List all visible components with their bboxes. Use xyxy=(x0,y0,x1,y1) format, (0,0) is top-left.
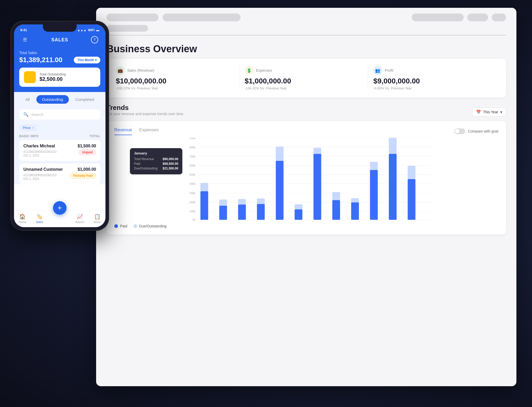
tab-expenses[interactable]: Expenses xyxy=(139,127,159,135)
list-item-1[interactable]: Unnamed Customer $1,000.00 #123902890910… xyxy=(19,163,100,184)
list-item[interactable]: Charles Micheal $1,500.00 #1239028909102… xyxy=(19,140,100,161)
desktop-card: Business Overview 💼 Sales (Revenue) $10,… xyxy=(96,8,516,386)
topbar-pill-5 xyxy=(492,14,506,21)
tooltip-val-1: $68,500.00 xyxy=(163,162,178,166)
tab-revenue[interactable]: Revenue xyxy=(114,127,132,135)
svg-rect-44 xyxy=(351,202,359,220)
tabs-row: Revenue Expenses Compare with goal xyxy=(114,127,498,135)
compare-goal-label: Compare with goal xyxy=(468,129,498,133)
price-filter-button[interactable]: Price ↑ xyxy=(19,124,37,131)
status-icons: ▲▲▲ WiFi ▬ xyxy=(77,28,99,32)
help-icon[interactable]: ? xyxy=(91,36,98,43)
chart-tooltip: January Total Revenue $90,000.00 Paid $6… xyxy=(130,148,182,174)
tooltip-month: January xyxy=(134,151,178,155)
item-meta-1: #123902890910280102- Oct 1, 2021 xyxy=(23,173,57,181)
fab-button[interactable]: + xyxy=(53,201,66,215)
bottom-nav-report-label: Report xyxy=(76,220,84,224)
item-id-0: #123902890910280102- xyxy=(23,150,57,154)
stat-profit-value: $9,000,000.00 xyxy=(373,77,491,85)
legend-outstanding: Due/Outstanding xyxy=(134,224,167,228)
stats-card: 💼 Sales (Revenue) $10,000,000.00 -100.22… xyxy=(107,59,506,97)
trends-header: Trends ack your revenue and expense tren… xyxy=(107,104,506,120)
outstanding-label: Total Outstanding xyxy=(39,72,66,76)
svg-rect-26 xyxy=(238,205,246,220)
bottom-nav-sales-label: Sales xyxy=(36,220,43,224)
year-selector-label: This Year xyxy=(483,110,498,114)
svg-rect-41 xyxy=(332,200,340,220)
total-sales-label: Total Sales xyxy=(19,51,100,55)
filter-tab-completed[interactable]: Completed xyxy=(70,95,100,104)
item-badge-0: Unpaid xyxy=(79,149,96,155)
bottom-nav-items[interactable]: 📋 Items xyxy=(94,213,101,224)
topbar-pill-2 xyxy=(163,14,241,21)
toggle-thumb xyxy=(455,129,460,134)
svg-text:500k: 500k xyxy=(189,173,196,176)
second-pill xyxy=(107,25,148,32)
battery-icon: ▬ xyxy=(96,28,99,32)
list-item-bottom-1: #123902890910280102- Oct 1, 2021 Partial… xyxy=(23,173,96,181)
tooltip-row-0: Total Revenue $90,000.00 xyxy=(134,157,178,161)
status-time: 9:41 xyxy=(20,28,27,32)
topbar-pill-1 xyxy=(107,14,158,21)
stat-sales-label: Sales (Revenue) xyxy=(127,68,154,73)
report-icon: 📈 xyxy=(77,213,83,220)
stat-expenses-header: 💲 Expenses xyxy=(245,66,363,75)
stat-sales-value: $10,000,000.00 xyxy=(116,77,234,85)
stat-sales-change: -100.22% Vs. Previous Year xyxy=(116,86,234,90)
outstanding-icon xyxy=(24,71,36,83)
menu-icon[interactable]: ☰ xyxy=(21,36,29,43)
wifi-icon: WiFi xyxy=(88,28,95,32)
item-amount-0: $1,500.00 xyxy=(78,144,96,148)
svg-text:600k: 600k xyxy=(189,164,196,167)
price-filter: Price ↑ xyxy=(14,122,105,132)
desktop-second-row xyxy=(96,21,516,32)
search-input[interactable]: 🔍 Search xyxy=(19,109,100,120)
filter-tab-all[interactable]: All xyxy=(20,95,36,104)
bottom-nav-items-label: Items xyxy=(94,220,101,224)
topbar-pill-4 xyxy=(467,14,488,21)
svg-rect-51 xyxy=(389,138,397,154)
total-sales-value: $1,389,211.00 xyxy=(19,56,62,64)
profit-icon: 👥 xyxy=(373,66,382,75)
trends-subtitle: ack your revenue and expense trends over… xyxy=(107,112,183,116)
chart-legend: Paid Due/Outstanding xyxy=(114,224,498,228)
topbar-left xyxy=(107,14,241,21)
bottom-nav-home[interactable]: 🏠 Home xyxy=(19,213,26,224)
filter-tab-outstanding[interactable]: Outstanding xyxy=(36,95,69,104)
list-header: BASIC INFO TOTAL xyxy=(14,132,105,140)
chevron-down-icon: ▾ xyxy=(95,58,97,62)
trends-card: Revenue Expenses Compare with goal Janua… xyxy=(107,121,506,234)
item-name-0: Charles Micheal xyxy=(23,144,55,148)
list-header-right: TOTAL xyxy=(90,134,100,138)
svg-rect-21 xyxy=(201,183,208,191)
outstanding-card: Total Outstanding $2,500.00 xyxy=(19,68,100,87)
item-date-0: Oct 1, 2021 xyxy=(23,154,57,157)
filter-tabs: All Outstanding Completed xyxy=(14,92,105,107)
trends-title-text: Trends xyxy=(107,104,183,112)
compare-toggle[interactable] xyxy=(454,128,465,134)
search-icon: 🔍 xyxy=(23,112,29,117)
calendar-icon: 📅 xyxy=(476,110,481,114)
phone-nav-title: SALES xyxy=(51,37,68,43)
expenses-icon: 💲 xyxy=(245,66,254,75)
list-item-top-1: Unnamed Customer $1,000.00 xyxy=(23,167,96,172)
phone-content: Total Sales $1,389,211.00 This Month ▾ T… xyxy=(14,47,105,92)
year-selector[interactable]: 📅 This Year ▾ xyxy=(472,108,506,116)
period-selector[interactable]: This Month ▾ xyxy=(74,57,100,63)
bottom-nav-sales[interactable]: 🏷️ Sales xyxy=(36,213,43,224)
signal-icon: ▲▲▲ xyxy=(77,28,87,32)
topbar-pill-3 xyxy=(412,14,464,21)
svg-rect-54 xyxy=(408,166,415,179)
stat-expenses-label: Expenses xyxy=(256,68,272,73)
stat-sales: 💼 Sales (Revenue) $10,000,000.00 -100.22… xyxy=(116,66,240,90)
trends-section: Trends ack your revenue and expense tren… xyxy=(107,104,506,234)
svg-text:200k: 200k xyxy=(189,201,196,204)
list-items: Charles Micheal $1,500.00 #1239028909102… xyxy=(14,140,105,184)
svg-rect-38 xyxy=(314,154,321,220)
legend-dot-paid xyxy=(114,224,118,228)
svg-text:900k: 900k xyxy=(189,138,196,140)
stat-sales-header: 💼 Sales (Revenue) xyxy=(116,66,234,75)
item-id-1: #123902890910280102- xyxy=(23,173,57,177)
bottom-nav-report[interactable]: 📈 Report xyxy=(76,213,84,224)
bottom-nav-home-label: Home xyxy=(19,220,26,224)
